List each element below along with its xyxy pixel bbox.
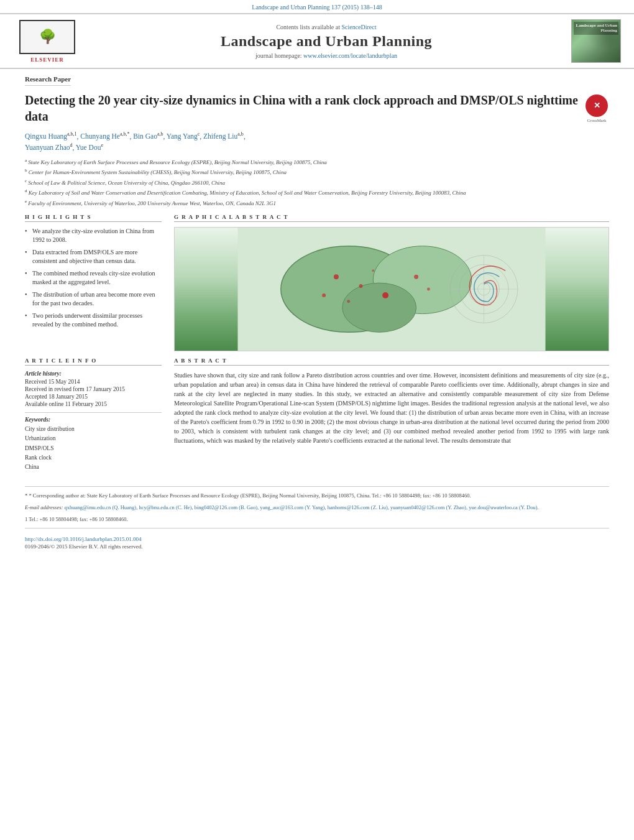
doi-section: http://dx.doi.org/10.1016/j.landurbplan.… <box>25 536 609 542</box>
highlights-list: We analyze the city-size evolution in Ch… <box>25 227 162 329</box>
footnote-1: 1 Tel.: +86 10 58804498; fax: +86 10 588… <box>25 515 609 524</box>
svg-point-6 <box>382 292 388 298</box>
affiliation-e: e Faculty of Environment, University of … <box>25 198 609 208</box>
keywords-label: Keywords: <box>25 417 162 423</box>
abstract-text: Studies have shown that, city size and r… <box>174 371 609 445</box>
keywords-group: Keywords: City size distribution Urbaniz… <box>25 417 162 472</box>
svg-point-11 <box>372 270 374 272</box>
received-date: Received 15 May 2014 <box>25 379 162 385</box>
keyword-2: Urbanization <box>25 434 162 443</box>
svg-point-5 <box>359 284 363 288</box>
title-section: Detecting the 20 year city-size dynamics… <box>25 92 609 124</box>
doi-link[interactable]: http://dx.doi.org/10.1016/j.landurbplan.… <box>25 536 142 542</box>
elsevier-tree-icon: 🌳 <box>39 30 56 44</box>
highlights-graphical-row: H I G H L I G H T S We analyze the city-… <box>25 214 609 351</box>
article-history-label: Article history: <box>25 371 162 377</box>
abstract-header: A B S T R A C T <box>174 358 609 366</box>
highlight-3: The combined method reveals city-size ev… <box>25 269 162 287</box>
email-link[interactable]: qxhuang@imu.edu.cn (Q. Huang), hcy@bnu.e… <box>64 504 538 510</box>
svg-point-10 <box>322 293 326 297</box>
crossmark: ✕ CrossMark <box>584 95 609 123</box>
highlights-column: H I G H L I G H T S We analyze the city-… <box>25 214 162 351</box>
authors-line: Qingxu Huanga,b,1, Chunyang Hea,b,*, Bin… <box>25 131 609 154</box>
author-2: Chunyang He <box>80 132 120 140</box>
keyword-1: City size distribution <box>25 425 162 434</box>
highlight-4: The distribution of urban area become mo… <box>25 290 162 308</box>
graphical-abstract-column: G R A P H I C A L A B S T R A C T <box>174 214 609 351</box>
svg-point-3 <box>342 283 416 332</box>
highlight-1: We analyze the city-size evolution in Ch… <box>25 227 162 244</box>
available-online: Available online 11 February 2015 <box>25 401 162 407</box>
article-history-group: Article history: Received 15 May 2014 Re… <box>25 371 162 407</box>
paper-content: Research Paper Detecting the 20 year cit… <box>0 69 634 556</box>
affiliations: a State Key Laboratory of Earth Surface … <box>25 157 609 208</box>
author-5: Zhifeng Liu <box>203 132 237 140</box>
elsevier-text: ELSEVIER <box>30 57 64 63</box>
svg-point-9 <box>427 288 430 291</box>
highlight-5: Two periods underwent dissimilar process… <box>25 312 162 329</box>
contents-line: Contents lists available at ScienceDirec… <box>91 24 562 30</box>
keywords-list: City size distribution Urbanization DMSP… <box>25 425 162 472</box>
received-revised: Received in revised form 17 January 2015 <box>25 386 162 392</box>
affiliation-b: b Center for Human-Environment System Su… <box>25 167 609 177</box>
svg-point-8 <box>414 275 418 279</box>
affiliation-c: c School of Law & Political Science, Oce… <box>25 178 609 188</box>
elsevier-logo: 🌳 ELSEVIER <box>10 20 85 63</box>
journal-title-main: Landscape and Urban Planning <box>91 33 562 50</box>
highlights-header: H I G H L I G H T S <box>25 214 162 222</box>
sciencedirect-link[interactable]: ScienceDirect <box>341 24 376 30</box>
copyright-line: 0169-2046/© 2015 Elsevier B.V. All right… <box>25 543 609 550</box>
author-3: Bin Gao <box>133 132 157 140</box>
affiliation-d: d Key Laboratory of Soil and Water Conse… <box>25 188 609 198</box>
article-info-column: A R T I C L E I N F O Article history: R… <box>25 358 162 477</box>
paper-title: Detecting the 20 year city-size dynamics… <box>25 92 578 124</box>
section-type-label: Research Paper <box>25 75 71 86</box>
author-7: Yue Dou <box>76 144 101 151</box>
graphical-abstract-image <box>174 227 609 351</box>
svg-point-7 <box>347 300 350 303</box>
cover-title: Landscape and Urban Planning <box>574 22 618 35</box>
keyword-3: DMSP/OLS <box>25 444 162 453</box>
page: Landscape and Urban Planning 137 (2015) … <box>0 0 634 840</box>
article-info-abstract-row: A R T I C L E I N F O Article history: R… <box>25 358 609 477</box>
accepted-date: Accepted 18 January 2015 <box>25 394 162 400</box>
affiliation-a: a State Key Laboratory of Earth Surface … <box>25 157 609 167</box>
abstract-column: A B S T R A C T Studies have shown that,… <box>174 358 609 477</box>
journal-issue-link[interactable]: Landscape and Urban Planning 137 (2015) … <box>252 4 382 11</box>
journal-homepage: journal homepage: www.elsevier.com/locat… <box>91 52 562 59</box>
keyword-4: Rank clock <box>25 453 162 463</box>
bottom-section: * * Corresponding author at: State Key L… <box>25 486 609 550</box>
graphical-abstract-header: G R A P H I C A L A B S T R A C T <box>174 214 609 222</box>
header-center: Contents lists available at ScienceDirec… <box>91 24 562 59</box>
author-4: Yang Yang <box>167 132 198 140</box>
article-info-section: Article history: Received 15 May 2014 Re… <box>25 371 162 472</box>
article-info-header: A R T I C L E I N F O <box>25 358 162 366</box>
cover-image: Landscape and Urban Planning <box>571 19 621 63</box>
journal-link-bar: Landscape and Urban Planning 137 (2015) … <box>0 0 634 13</box>
journal-cover: Landscape and Urban Planning <box>568 19 624 63</box>
elsevier-box: 🌳 <box>19 20 75 54</box>
keyword-5: China <box>25 463 162 472</box>
highlight-2: Data extracted from DMSP/OLS are more co… <box>25 248 162 265</box>
homepage-link[interactable]: www.elsevier.com/locate/landurbplan <box>303 52 397 59</box>
journal-header: 🌳 ELSEVIER Contents lists available at S… <box>0 13 634 69</box>
footnote-emails: E-mail addresses: qxhuang@imu.edu.cn (Q.… <box>25 504 609 512</box>
footnote-star: * * Corresponding author at: State Key L… <box>25 492 609 500</box>
crossmark-icon: ✕ <box>586 95 608 117</box>
author-1: Qingxu Huang <box>25 132 67 140</box>
svg-point-4 <box>334 275 339 280</box>
crossmark-label: CrossMark <box>587 118 606 123</box>
author-6: Yuanyuan Zhao <box>25 144 70 151</box>
